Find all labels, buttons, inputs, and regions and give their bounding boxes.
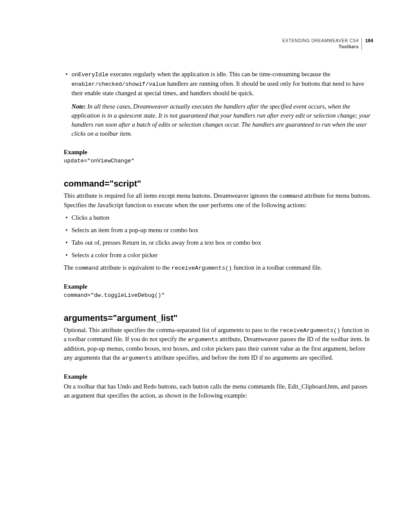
inline-code: receiveArguments() xyxy=(171,265,232,271)
list-item: Selects a color from a color picker xyxy=(72,251,373,260)
bullet-list-1: onEveryIdle executes regularly when the … xyxy=(64,70,373,138)
inline-code: receiveArguments() xyxy=(280,327,340,334)
running-header: EXTENDING DREAMWEAVER CS4 Toolbars xyxy=(283,38,362,50)
body-text: This attribute is required for all items… xyxy=(64,192,279,199)
content-area: onEveryIdle executes regularly when the … xyxy=(64,50,373,400)
paragraph: Optional. This attribute specifies the c… xyxy=(64,326,373,363)
inline-code: arguments xyxy=(188,336,218,343)
page: 184 EXTENDING DREAMWEAVER CS4 Toolbars o… xyxy=(0,0,411,400)
note-label: Note: xyxy=(72,103,86,110)
list-item: Selects an item from a pop-up menu or co… xyxy=(72,226,373,235)
example-heading: Example xyxy=(64,149,373,156)
book-title: EXTENDING DREAMWEAVER CS4 xyxy=(283,38,359,44)
paragraph: The command attribute is equivalent to t… xyxy=(64,263,373,273)
inline-code: arguments xyxy=(122,355,152,361)
note-block: Note: In all these cases, Dreamweaver ac… xyxy=(72,102,373,138)
paragraph: This attribute is required for all items… xyxy=(64,191,373,210)
body-text: The xyxy=(64,264,75,271)
bullet-list-2: Clicks a button Selects an item from a p… xyxy=(64,213,373,260)
section-heading-arguments: arguments="argument_list" xyxy=(64,313,373,323)
paragraph: On a toolbar that has Undo and Redo butt… xyxy=(64,382,373,400)
inline-code: enabler/checked/showif/value xyxy=(72,81,165,87)
section-name: Toolbars xyxy=(283,44,359,50)
body-text: Optional. This attribute specifies the c… xyxy=(64,327,280,333)
code-block: update="onViewChange" xyxy=(64,158,373,164)
example-heading: Example xyxy=(64,373,373,380)
example-heading: Example xyxy=(64,283,373,290)
section-heading-command: command="script" xyxy=(64,179,373,189)
page-number: 184 xyxy=(364,38,373,43)
inline-code: command xyxy=(75,265,99,271)
inline-code: command xyxy=(279,193,303,199)
body-text: executes regularly when the application … xyxy=(109,71,330,78)
list-item: Clicks a button xyxy=(72,213,373,222)
body-text: attribute is equivalent to the xyxy=(99,264,171,271)
body-text: attribute specifies, and before the item… xyxy=(152,354,333,361)
code-block: command="dw.toggleLiveDebug()" xyxy=(64,292,373,299)
note-text: In all these cases, Dreamweaver actually… xyxy=(72,103,371,137)
body-text: function in a toolbar command file. xyxy=(232,264,322,271)
list-item: Tabs out of, presses Return in, or click… xyxy=(72,238,373,247)
inline-code: onEveryIdle xyxy=(72,72,109,78)
list-item: onEveryIdle executes regularly when the … xyxy=(72,70,373,138)
